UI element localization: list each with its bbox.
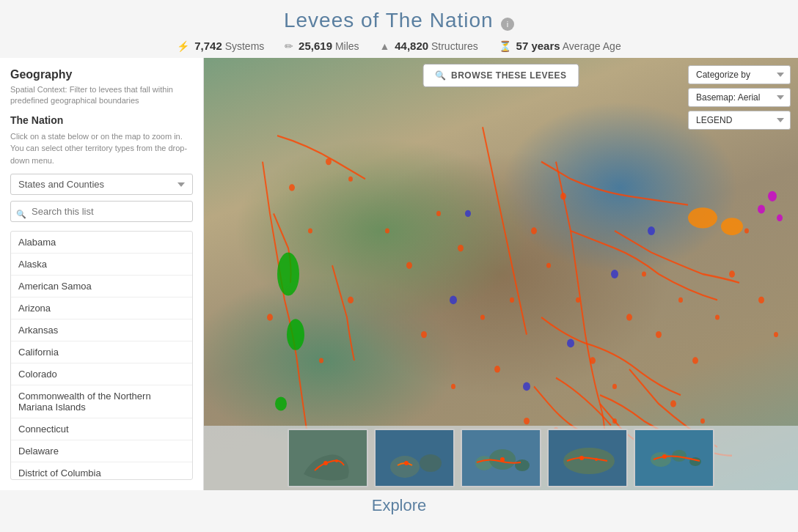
svg-point-43 (465, 210, 471, 217)
svg-point-56 (390, 456, 420, 478)
miles-label: Miles (335, 40, 359, 52)
svg-point-29 (348, 177, 353, 182)
sidebar: Geography Spatial Context: Filter to lev… (0, 58, 204, 490)
map-controls: Categorize by Basemap: Aerial Basemap: S… (688, 65, 791, 130)
svg-point-20 (656, 331, 662, 338)
svg-point-8 (458, 245, 464, 251)
state-list-item[interactable]: Arkansas (11, 319, 192, 341)
svg-point-48 (758, 205, 765, 214)
stat-systems: ⚡ 7,742 Systems (177, 40, 264, 52)
svg-point-12 (531, 227, 537, 234)
svg-point-10 (494, 366, 500, 372)
geography-title: Geography (10, 68, 193, 81)
thumbnail-puerto-rico[interactable] (547, 429, 628, 487)
svg-point-7 (436, 211, 441, 216)
svg-point-15 (576, 298, 580, 303)
state-list-item[interactable]: California (11, 341, 192, 363)
state-list-item[interactable]: American Samoa (11, 276, 192, 298)
state-list-item[interactable]: Delaware (11, 440, 192, 462)
systems-count: 7,742 (194, 40, 222, 52)
stat-miles: ✏ 25,619 Miles (285, 40, 359, 52)
age-label: Average Age (563, 40, 621, 52)
age-icon: ⏳ (499, 40, 511, 52)
info-icon[interactable]: i (501, 18, 514, 31)
miles-icon: ✏ (285, 40, 293, 52)
svg-point-54 (335, 459, 338, 462)
svg-point-66 (579, 456, 584, 460)
basemap-dropdown[interactable]: Basemap: Aerial Basemap: Streets Basemap… (688, 88, 791, 107)
svg-point-19 (642, 271, 646, 276)
page-title: Levees of The Nation (284, 9, 494, 32)
browse-button-label: BROWSE THESE LEVEES (451, 70, 567, 81)
svg-point-22 (692, 357, 698, 363)
svg-point-26 (758, 297, 764, 303)
svg-point-4 (348, 297, 354, 303)
svg-point-53 (323, 461, 328, 465)
svg-point-21 (678, 298, 683, 303)
state-list-item[interactable]: Alabama (11, 232, 192, 254)
map-background[interactable]: 🔍 BROWSE THESE LEVEES Categorize by Base… (204, 58, 798, 490)
miles-count: 25,619 (299, 40, 332, 52)
svg-point-72 (662, 454, 667, 459)
state-list-item[interactable]: Colorado (11, 363, 192, 385)
stat-structures: ▲ 44,820 Structures (379, 40, 477, 52)
svg-point-63 (500, 457, 505, 462)
map-area: 🔍 BROWSE THESE LEVEES Categorize by Base… (204, 58, 798, 490)
svg-point-25 (744, 228, 749, 233)
svg-point-46 (275, 397, 287, 411)
svg-point-44 (277, 253, 299, 296)
thumbnail-hawaii2[interactable] (461, 429, 541, 487)
browse-levees-button[interactable]: 🔍 BROWSE THESE LEVEES (422, 64, 579, 87)
svg-point-57 (420, 454, 442, 472)
age-count: 57 years (516, 40, 560, 52)
svg-point-0 (289, 184, 295, 191)
svg-point-9 (480, 314, 485, 319)
svg-point-27 (774, 332, 778, 337)
nation-title: The Nation (10, 114, 193, 126)
svg-point-40 (567, 339, 574, 348)
page-header: Levees of The Nation i (0, 0, 798, 37)
explore-label: Explore (0, 490, 798, 521)
svg-point-37 (700, 418, 705, 424)
thumbnail-virgin-islands[interactable] (634, 429, 714, 487)
state-search-input[interactable] (10, 201, 193, 222)
svg-point-14 (560, 193, 566, 199)
sidebar-instruction: Click on a state below or on the map to … (10, 130, 193, 167)
legend-dropdown[interactable]: LEGEND (688, 111, 791, 130)
thumbnail-hawaii1[interactable] (374, 429, 455, 487)
state-list-item[interactable]: District of Columbia (11, 462, 192, 480)
svg-point-50 (688, 207, 717, 228)
svg-point-32 (524, 418, 530, 424)
structures-icon: ▲ (379, 40, 389, 52)
svg-point-2 (267, 314, 273, 320)
state-list-item[interactable]: Connecticut (11, 418, 192, 440)
svg-point-45 (287, 319, 304, 350)
structures-label: Structures (431, 40, 478, 52)
svg-point-36 (670, 400, 676, 407)
svg-point-13 (546, 263, 551, 268)
territory-type-dropdown[interactable]: States and Counties Congressional Distri… (10, 174, 193, 195)
main-content: Geography Spatial Context: Filter to lev… (0, 58, 798, 490)
svg-point-31 (451, 384, 455, 389)
svg-point-49 (777, 215, 783, 221)
search-wrapper (10, 201, 193, 226)
svg-point-6 (406, 262, 412, 268)
state-list: AlabamaAlaskaAmerican SamoaArizonaArkans… (10, 231, 193, 480)
svg-point-42 (648, 226, 655, 235)
svg-point-5 (385, 228, 389, 233)
stats-bar: ⚡ 7,742 Systems ✏ 25,619 Miles ▲ 44,820 … (0, 37, 798, 58)
search-icon: 🔍 (435, 70, 447, 81)
svg-point-41 (611, 270, 618, 278)
svg-rect-55 (376, 430, 455, 487)
systems-label: Systems (225, 40, 265, 52)
state-list-item[interactable]: Commonwealth of the Northern Mariana Isl… (11, 385, 192, 418)
svg-point-51 (721, 218, 743, 235)
svg-point-17 (612, 384, 617, 389)
systems-icon: ⚡ (177, 40, 189, 52)
svg-point-18 (626, 314, 632, 320)
thumbnail-alaska[interactable] (288, 429, 368, 487)
categorize-dropdown[interactable]: Categorize by (688, 65, 791, 84)
svg-point-3 (319, 358, 323, 363)
state-list-item[interactable]: Arizona (11, 298, 192, 319)
state-list-item[interactable]: Alaska (11, 254, 192, 276)
